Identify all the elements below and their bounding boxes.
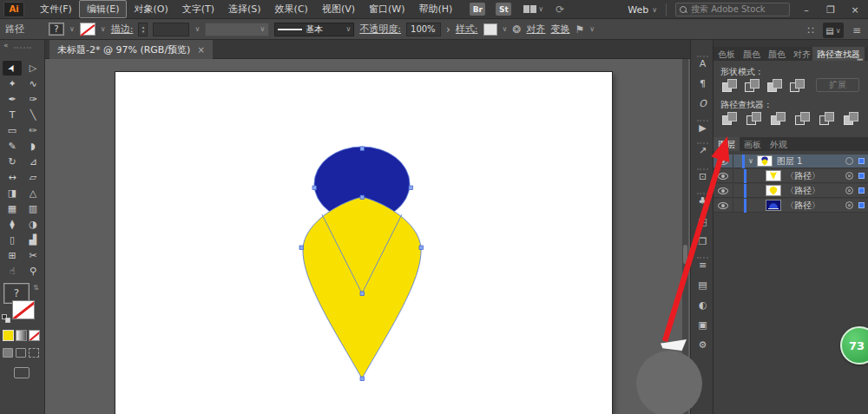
actions-panel-icon[interactable]: ▶: [691, 122, 714, 134]
tab-appearance[interactable]: 外观: [766, 137, 792, 151]
crop-button[interactable]: [793, 111, 811, 125]
dock-grip[interactable]: [697, 56, 708, 57]
intersect-button[interactable]: [766, 78, 783, 92]
divide-button[interactable]: [720, 111, 738, 125]
isolate-icon[interactable]: ⚑: [575, 23, 584, 36]
document-tab[interactable]: 未标题-2* @ 97% (RGB/预览) ×: [49, 40, 213, 59]
workspace-switcher[interactable]: Web∨: [628, 4, 657, 16]
export-panel-icon[interactable]: ↗: [691, 145, 714, 156]
stroke-color-swatch[interactable]: [80, 23, 95, 36]
artboard-tool[interactable]: ⊞: [3, 248, 22, 263]
canvas-area[interactable]: [45, 59, 690, 414]
pen-tool[interactable]: ✒: [3, 92, 22, 107]
artboards-panel-icon[interactable]: ❐: [691, 236, 714, 247]
stroke-weight-label[interactable]: 描边:: [111, 23, 134, 36]
hand-tool[interactable]: ☝: [3, 264, 22, 279]
symbols-panel-icon[interactable]: ♣: [691, 195, 714, 207]
gradient-button[interactable]: [16, 330, 27, 341]
layer-label[interactable]: 〈路径〉: [786, 185, 845, 197]
tab-artboards[interactable]: 画板: [740, 137, 766, 151]
draw-normal-mode-button[interactable]: [3, 348, 13, 358]
opacity-label[interactable]: 不透明度:: [359, 23, 401, 36]
draw-inside-mode-button[interactable]: [29, 348, 39, 358]
style-swatch[interactable]: [483, 23, 497, 36]
tab-align[interactable]: 对齐: [789, 47, 812, 61]
magic-wand-tool[interactable]: ✦: [3, 76, 22, 91]
stroke-weight-field[interactable]: [153, 23, 189, 36]
blend-tool[interactable]: ◑: [23, 217, 43, 232]
visibility-eye-icon[interactable]: [718, 187, 728, 194]
disclosure-triangle-icon[interactable]: ∨: [748, 157, 753, 165]
brush-definition-select[interactable]: 基本∨: [274, 23, 354, 36]
stock-search-input[interactable]: 搜索 Adobe Stock: [675, 3, 790, 16]
visibility-eye-icon[interactable]: [718, 202, 728, 209]
sync-icon[interactable]: ⟳: [556, 3, 564, 16]
layer-row[interactable]: ∨ 图层 1: [713, 154, 868, 168]
slice-tool[interactable]: ✂: [23, 248, 43, 263]
mesh-tool[interactable]: ▦: [3, 201, 22, 216]
selection-indicator[interactable]: [858, 202, 865, 208]
layer-label[interactable]: 〈路径〉: [786, 170, 845, 182]
panel-dock-toggle[interactable]: ▤∨: [823, 23, 844, 38]
layer-row[interactable]: 〈路径〉: [713, 184, 868, 198]
outline-button[interactable]: [818, 111, 835, 125]
menu-view[interactable]: 视图(V): [315, 1, 362, 17]
type-tool[interactable]: T: [3, 108, 22, 122]
close-button[interactable]: ×: [847, 4, 863, 16]
collapse-panel-icon[interactable]: «: [3, 41, 9, 49]
none-button[interactable]: [29, 330, 40, 341]
target-icon[interactable]: [845, 157, 853, 165]
layer-row[interactable]: 〈路径〉: [713, 169, 868, 183]
chevron-down-icon[interactable]: ∨: [503, 25, 508, 33]
target-icon[interactable]: [845, 201, 853, 209]
stock-button[interactable]: St: [496, 3, 511, 16]
blob-brush-tool[interactable]: ◗: [23, 139, 43, 154]
menu-edit[interactable]: 编辑(E): [79, 0, 128, 18]
arrange-grid-icon[interactable]: ∷: [807, 24, 814, 36]
artwork[interactable]: [45, 59, 690, 414]
selection-indicator[interactable]: [858, 173, 865, 179]
transparency-panel-icon[interactable]: ◐: [691, 299, 714, 311]
opacity-field[interactable]: 100%: [406, 23, 441, 36]
menu-file[interactable]: 文件(F): [33, 1, 79, 17]
selection-indicator[interactable]: [858, 187, 865, 194]
eyedropper-tool[interactable]: ⧫: [3, 217, 22, 232]
shaper-tool[interactable]: ✎: [3, 139, 22, 154]
minus-back-button[interactable]: [842, 111, 859, 125]
dock-grip[interactable]: [697, 257, 708, 259]
dock-grip[interactable]: [697, 120, 708, 122]
opentype-panel-icon[interactable]: O: [691, 98, 714, 109]
rectangle-tool[interactable]: ▭: [3, 123, 22, 138]
selection-tool[interactable]: ➤: [3, 61, 22, 76]
chevron-down-icon[interactable]: ∨: [101, 25, 106, 33]
column-graph-tool[interactable]: ▟: [23, 233, 43, 247]
character-panel-icon[interactable]: A: [691, 58, 714, 69]
dock-grip[interactable]: [697, 193, 708, 194]
panel-grip[interactable]: [14, 47, 31, 49]
style-label[interactable]: 样式:: [456, 23, 478, 36]
curvature-tool[interactable]: ✑: [23, 92, 43, 107]
direct-selection-tool[interactable]: ▷: [23, 61, 43, 76]
menu-object[interactable]: 对象(O): [127, 1, 174, 17]
paragraph-panel-icon[interactable]: ¶: [691, 78, 714, 89]
merge-button[interactable]: [769, 111, 786, 125]
layer-thumbnail[interactable]: [757, 155, 773, 167]
bridge-button[interactable]: Br: [470, 3, 485, 16]
draw-behind-mode-button[interactable]: [16, 348, 26, 358]
stroke-proxy-swatch[interactable]: [12, 300, 35, 319]
align-link[interactable]: 对齐: [526, 23, 545, 36]
tab-color[interactable]: 颜色: [739, 47, 764, 61]
width-tool[interactable]: ↔: [3, 170, 22, 185]
layer-thumbnail[interactable]: [766, 200, 781, 211]
minus-front-button[interactable]: [743, 78, 760, 92]
target-icon[interactable]: [845, 187, 853, 194]
visibility-eye-icon[interactable]: [718, 158, 728, 165]
recolor-artwork-icon[interactable]: ❂: [512, 23, 521, 36]
symbol-sprayer-tool[interactable]: ▯: [3, 233, 22, 247]
menu-select[interactable]: 选择(S): [221, 1, 268, 17]
line-segment-tool[interactable]: ╲: [23, 108, 43, 122]
shape-builder-tool[interactable]: ◨: [3, 186, 22, 200]
transform-panel-icon[interactable]: ⊡: [691, 171, 714, 182]
transform-link[interactable]: 变换: [550, 23, 569, 36]
scrollbar-thumb[interactable]: [683, 245, 687, 264]
